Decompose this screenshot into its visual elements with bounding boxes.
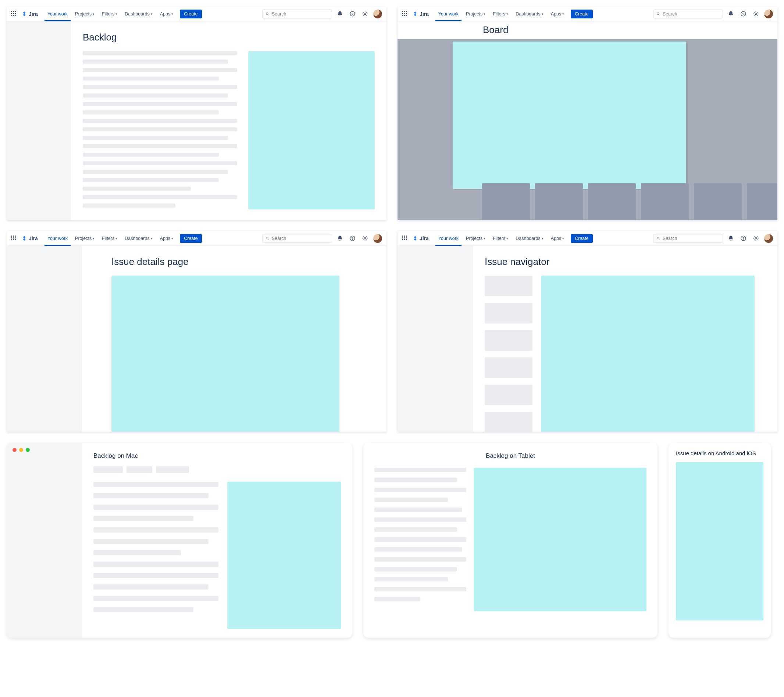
help-icon: ? <box>740 235 746 241</box>
search-icon <box>265 236 270 241</box>
detail-panel <box>248 51 375 210</box>
avatar[interactable] <box>764 234 773 243</box>
jira-logo[interactable]: Jira <box>21 11 38 17</box>
app-switcher-icon[interactable] <box>402 11 408 17</box>
app-switcher-icon[interactable] <box>402 236 408 241</box>
nav-apps[interactable]: Apps▾ <box>548 231 567 246</box>
nav-your-work[interactable]: Your work <box>44 7 71 21</box>
help-button[interactable]: ? <box>348 234 357 243</box>
chevron-down-icon: ▾ <box>93 12 94 16</box>
chevron-down-icon: ▾ <box>484 12 486 16</box>
avatar[interactable] <box>764 10 773 18</box>
chip <box>156 466 189 473</box>
search-box[interactable] <box>653 234 723 243</box>
gear-icon <box>753 235 759 241</box>
list-item <box>83 187 191 191</box>
notifications-button[interactable] <box>335 9 344 19</box>
detail-panel <box>676 462 763 621</box>
app-switcher-icon[interactable] <box>11 236 17 241</box>
nav-filters[interactable]: Filters▾ <box>99 231 120 246</box>
create-button[interactable]: Create <box>180 10 202 18</box>
nav-dashboards[interactable]: Dashboards▾ <box>122 7 155 21</box>
app-switcher-icon[interactable] <box>11 11 17 17</box>
issue-list <box>485 276 532 432</box>
detail-panel <box>227 482 341 629</box>
search-input[interactable] <box>272 12 329 17</box>
list-item <box>83 102 237 106</box>
list-item <box>374 527 457 532</box>
bell-icon <box>728 11 734 17</box>
svg-text:?: ? <box>742 237 744 240</box>
search-box[interactable] <box>653 10 723 18</box>
search-icon <box>265 12 270 16</box>
search-box[interactable] <box>262 234 332 243</box>
settings-button[interactable] <box>360 9 370 19</box>
page-title: Backlog <box>83 31 375 43</box>
help-button[interactable]: ? <box>738 234 748 243</box>
nav-dashboards[interactable]: Dashboards▾ <box>512 7 546 21</box>
search-input[interactable] <box>663 12 720 17</box>
help-icon: ? <box>349 11 356 17</box>
sidebar <box>7 443 82 638</box>
board-column <box>694 183 742 220</box>
svg-point-19 <box>755 237 756 239</box>
nav-projects[interactable]: Projects▾ <box>463 7 488 21</box>
nav-filters[interactable]: Filters▾ <box>99 7 120 21</box>
maximize-dot-icon[interactable] <box>26 448 30 452</box>
create-button[interactable]: Create <box>180 234 202 243</box>
chevron-down-icon: ▾ <box>115 237 117 240</box>
settings-button[interactable] <box>751 9 761 19</box>
jira-logo-icon <box>21 236 27 241</box>
notifications-button[interactable] <box>726 9 735 19</box>
minimize-dot-icon[interactable] <box>19 448 23 452</box>
sidebar <box>397 246 473 432</box>
create-button[interactable]: Create <box>571 10 593 18</box>
nav-your-work[interactable]: Your work <box>44 231 71 246</box>
product-name: Jira <box>29 11 38 17</box>
list-item <box>83 51 237 55</box>
help-button[interactable]: ? <box>738 9 748 19</box>
avatar[interactable] <box>373 10 382 18</box>
list-item <box>374 497 448 502</box>
search-box[interactable] <box>262 10 332 18</box>
nav-apps[interactable]: Apps▾ <box>157 231 176 246</box>
list-item <box>83 178 219 182</box>
svg-point-9 <box>755 13 756 14</box>
nav-your-work[interactable]: Your work <box>435 7 461 21</box>
notifications-button[interactable] <box>335 234 344 243</box>
create-button[interactable]: Create <box>571 234 593 243</box>
svg-point-10 <box>266 237 268 239</box>
close-dot-icon[interactable] <box>13 448 16 452</box>
jira-logo[interactable]: Jira <box>412 236 429 241</box>
help-icon: ? <box>740 11 746 17</box>
svg-line-1 <box>268 14 269 15</box>
search-input[interactable] <box>272 236 329 241</box>
gear-icon <box>362 11 368 17</box>
nav-apps[interactable]: Apps▾ <box>157 7 176 21</box>
nav-apps[interactable]: Apps▾ <box>548 7 567 21</box>
chevron-down-icon: ▾ <box>171 12 173 16</box>
card-backlog: Jira Your work Projects▾ Filters▾ Dashbo… <box>7 7 387 220</box>
nav-filters[interactable]: Filters▾ <box>490 7 511 21</box>
nav-projects[interactable]: Projects▾ <box>72 231 97 246</box>
settings-button[interactable] <box>751 234 761 243</box>
nav-projects[interactable]: Projects▾ <box>463 231 488 246</box>
settings-button[interactable] <box>360 234 370 243</box>
search-input[interactable] <box>663 236 720 241</box>
notifications-button[interactable] <box>726 234 735 243</box>
highlight-area <box>474 468 646 611</box>
nav-dashboards[interactable]: Dashboards▾ <box>512 231 546 246</box>
chevron-down-icon: ▾ <box>562 12 564 16</box>
jira-logo-icon <box>412 11 418 17</box>
card-issue-navigator: Jira Your work Projects▾ Filters▾ Dashbo… <box>397 231 777 432</box>
nav-filters[interactable]: Filters▾ <box>490 231 511 246</box>
avatar[interactable] <box>373 234 382 243</box>
nav-dashboards[interactable]: Dashboards▾ <box>122 231 155 246</box>
help-button[interactable]: ? <box>348 9 357 19</box>
nav-your-work[interactable]: Your work <box>435 231 461 246</box>
jira-logo[interactable]: Jira <box>21 236 38 241</box>
nav-projects[interactable]: Projects▾ <box>72 7 97 21</box>
list-item <box>94 596 218 601</box>
detail-panel <box>541 276 754 432</box>
jira-logo[interactable]: Jira <box>412 11 429 17</box>
